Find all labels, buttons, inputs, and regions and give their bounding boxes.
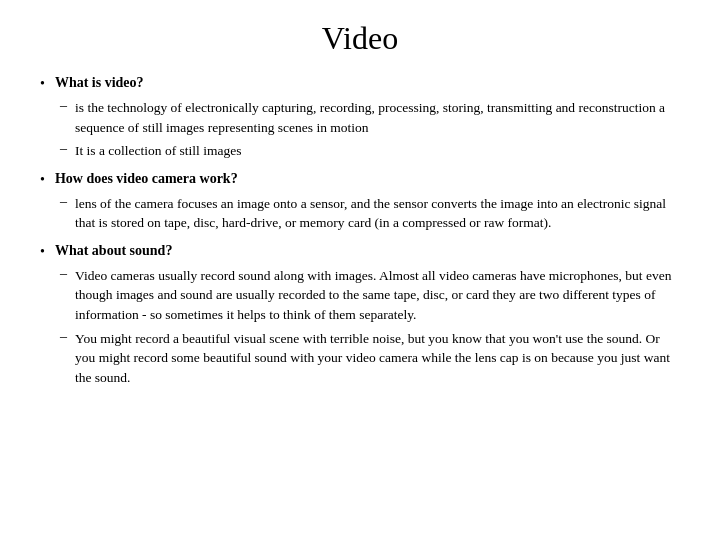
section-header-row-1: •How does video camera work? [40, 171, 680, 188]
bullet-symbol: • [40, 172, 45, 188]
dash-symbol: – [60, 194, 67, 210]
sub-item-text-0-0: is the technology of electronically capt… [75, 98, 680, 137]
sub-item-0-1: –It is a collection of still images [60, 141, 680, 161]
sub-item-text-0-1: It is a collection of still images [75, 141, 241, 161]
sub-item-2-0: –Video cameras usually record sound alon… [60, 266, 680, 325]
page: Video •What is video?–is the technology … [0, 0, 720, 540]
sub-items-1: –lens of the camera focuses an image ont… [60, 194, 680, 233]
sub-item-text-2-1: You might record a beautiful visual scen… [75, 329, 680, 388]
section-0: •What is video?–is the technology of ele… [40, 75, 680, 161]
sub-items-2: –Video cameras usually record sound alon… [60, 266, 680, 387]
section-2: •What about sound?–Video cameras usually… [40, 243, 680, 387]
dash-symbol: – [60, 329, 67, 345]
sub-item-text-2-0: Video cameras usually record sound along… [75, 266, 680, 325]
section-1: •How does video camera work?–lens of the… [40, 171, 680, 233]
sub-item-text-1-0: lens of the camera focuses an image onto… [75, 194, 680, 233]
dash-symbol: – [60, 266, 67, 282]
bullet-symbol: • [40, 76, 45, 92]
section-header-2: What about sound? [55, 243, 173, 259]
section-header-row-0: •What is video? [40, 75, 680, 92]
dash-symbol: – [60, 141, 67, 157]
content-area: •What is video?–is the technology of ele… [40, 75, 680, 387]
page-title: Video [40, 20, 680, 57]
dash-symbol: – [60, 98, 67, 114]
sub-items-0: –is the technology of electronically cap… [60, 98, 680, 161]
bullet-symbol: • [40, 244, 45, 260]
sub-item-2-1: –You might record a beautiful visual sce… [60, 329, 680, 388]
sub-item-0-0: –is the technology of electronically cap… [60, 98, 680, 137]
section-header-0: What is video? [55, 75, 144, 91]
section-header-1: How does video camera work? [55, 171, 238, 187]
section-header-row-2: •What about sound? [40, 243, 680, 260]
sub-item-1-0: –lens of the camera focuses an image ont… [60, 194, 680, 233]
